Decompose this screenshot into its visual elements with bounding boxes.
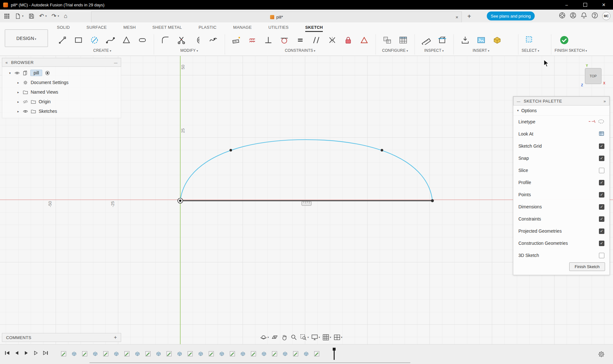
go-to-start-button[interactable] [4,350,10,357]
timeline-feature-sketch[interactable] [82,351,88,358]
insert-image-tool[interactable] [473,32,489,48]
insert-derive-tool[interactable] [457,32,473,48]
tree-row-named-views[interactable]: Named Views [2,87,121,97]
view-cube[interactable]: TOP Y X Z [585,68,601,84]
group-label-modify[interactable]: MODIFY [157,48,221,53]
curvature-tool[interactable] [356,32,372,48]
add-comment-icon[interactable] [114,335,117,340]
points-checkbox[interactable]: ✓ [599,192,604,197]
expand-caret-icon[interactable] [16,90,20,94]
timeline-feature-sketch[interactable] [145,351,151,358]
comments-bar[interactable]: COMMENTS [2,333,121,342]
tab-utilities[interactable]: UTILITIES [268,25,289,32]
spline-tool[interactable] [102,32,118,48]
pan-icon[interactable] [281,334,288,341]
timeline-feature-box[interactable] [219,351,225,358]
undo-icon[interactable]: ↶ [38,12,48,20]
see-plans-button[interactable]: See plans and pricing [487,12,535,20]
timeline-feature-sketch[interactable] [229,351,235,358]
document-tab[interactable]: pill* [91,12,462,22]
perpendicular-tool[interactable] [260,32,276,48]
tree-row-document-settings[interactable]: Document Settings [2,78,121,87]
timeline-gear-icon[interactable] [598,351,605,359]
file-menu-icon[interactable] [13,12,25,20]
tree-row-root[interactable]: pill [2,68,121,78]
profile-checkbox[interactable]: ✓ [599,180,604,185]
timeline-feature-sketch[interactable] [251,351,256,358]
coincident-tool[interactable] [244,32,260,48]
tree-row-sketches[interactable]: Sketches [2,106,121,116]
look-at-plane-icon[interactable] [599,131,604,137]
minimize-panel-icon[interactable] [114,60,118,65]
tree-item-label[interactable]: Sketches [39,109,57,114]
help-icon[interactable] [591,12,598,20]
timeline-feature-box[interactable] [303,351,309,358]
modeling-canvas[interactable]: 50 25 -50 -25 TOP Y X Z BROWSER [0,56,613,344]
projected-geometries-checkbox[interactable]: ✓ [599,228,604,234]
timeline-feature-box[interactable] [177,351,182,358]
collapse-panel-icon[interactable] [603,99,606,104]
tree-item-label[interactable]: Named Views [31,89,58,95]
timeline-position-marker[interactable] [334,348,335,360]
centerline-linetype-icon[interactable] [588,119,595,125]
expand-caret-icon[interactable] [16,100,20,104]
close-button[interactable] [594,0,613,10]
rectangle-tool[interactable] [70,32,86,48]
offset-tool[interactable] [189,32,205,48]
group-label-create[interactable]: CREATE [54,48,150,53]
fix-lock-tool[interactable] [340,32,356,48]
configuration-table-tool[interactable] [395,32,411,48]
construction-linetype-icon[interactable] [598,119,604,125]
tab-solid[interactable]: SOLID [57,25,70,32]
break-tool[interactable] [205,32,221,48]
circle-tool[interactable] [86,32,102,48]
timeline-feature-box[interactable] [71,351,77,358]
timeline-feature-box[interactable] [92,351,98,358]
symmetry-tool[interactable] [324,32,340,48]
timeline-feature-sketch[interactable] [187,351,193,358]
equal-tool[interactable] [292,32,308,48]
expand-caret-icon[interactable] [8,71,12,75]
timeline-feature-sketch[interactable] [61,351,66,358]
eye-icon[interactable] [23,109,28,114]
timeline-feature-sketch[interactable] [166,351,172,358]
expand-caret-icon[interactable] [16,110,20,113]
grid-settings-icon[interactable] [322,334,331,341]
finish-sketch-button[interactable] [555,32,574,48]
timeline-feature-box[interactable] [135,351,140,358]
palette-section-options[interactable]: Options [513,105,609,116]
tree-row-origin[interactable]: Origin [2,97,121,106]
group-label-constraints[interactable]: CONSTRAINTS [228,48,372,53]
section-analysis-tool[interactable] [434,32,450,48]
tab-sheet-metal[interactable]: SHEET METAL [152,25,182,32]
timeline-feature-box[interactable] [156,351,161,358]
timeline-feature-sketch[interactable] [314,351,320,358]
group-label-inspect[interactable]: INSPECT [418,48,450,53]
timeline-feature-box[interactable] [282,351,288,358]
home-icon[interactable]: ⌂ [63,12,69,20]
configure-tool[interactable] [379,32,395,48]
trim-tool[interactable] [173,32,189,48]
group-label-select[interactable]: SELECT [522,48,539,53]
look-at-icon[interactable] [271,334,278,341]
step-forward-button[interactable] [33,350,39,357]
notifications-bell-icon[interactable] [580,12,587,20]
display-settings-icon[interactable] [311,334,320,341]
zoom-icon[interactable] [290,334,298,341]
finish-sketch-palette-button[interactable]: Finish Sketch [569,262,605,271]
tab-mesh[interactable]: MESH [123,25,136,32]
viewports-icon[interactable] [333,334,342,341]
workspace-selector[interactable]: DESIGN [5,29,48,47]
spline-control-point[interactable] [229,149,232,151]
spline-control-point[interactable] [381,149,383,151]
parallel-tool[interactable] [308,32,324,48]
tab-surface[interactable]: SURFACE [87,25,107,32]
sketch-grid-checkbox[interactable]: ✓ [599,143,604,149]
measure-tool[interactable] [418,32,434,48]
minimize-button[interactable] [557,0,576,10]
group-label-insert[interactable]: INSERT [457,48,505,53]
collapse-panel-icon[interactable] [5,60,8,65]
expand-caret-icon[interactable] [16,81,20,84]
eye-icon[interactable] [14,70,20,76]
line-tool[interactable] [54,32,70,48]
